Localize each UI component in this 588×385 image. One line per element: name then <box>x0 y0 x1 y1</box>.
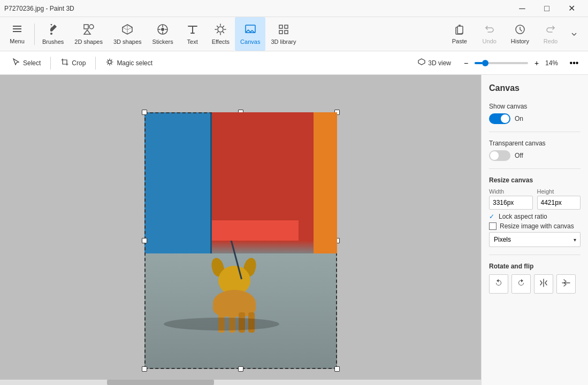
menu-label: Menu <box>10 38 25 44</box>
width-input[interactable] <box>489 196 533 210</box>
zoom-in-button[interactable]: + <box>530 57 543 70</box>
lock-aspect-check-icon: ✓ <box>489 213 494 220</box>
svg-rect-11 <box>285 25 288 28</box>
brushes-label: Brushes <box>42 38 64 45</box>
transparent-canvas-thumb <box>490 151 499 160</box>
show-canvas-thumb <box>501 114 509 123</box>
lock-aspect-row: ✓ Lock aspect ratio <box>489 213 581 220</box>
handle-bottom-left[interactable] <box>142 366 147 372</box>
3d-view-icon <box>417 58 426 68</box>
crop-tool[interactable]: Crop <box>55 55 91 71</box>
canvas-area[interactable] <box>0 75 481 385</box>
divider-2 <box>489 168 581 169</box>
paste-icon <box>454 24 465 37</box>
more-options-button[interactable]: ••• <box>567 56 582 71</box>
transparent-canvas-toggle[interactable] <box>489 150 510 161</box>
crop-label: Crop <box>72 59 86 67</box>
history-button[interactable]: History <box>506 19 534 49</box>
magic-select-tool[interactable]: Magic select <box>100 55 158 71</box>
photo-orange-right <box>314 112 337 253</box>
3dshapes-label: 3D shapes <box>113 38 142 45</box>
select-icon <box>12 58 20 68</box>
menu-button[interactable]: Menu <box>2 17 32 51</box>
toolbar-item-stickers[interactable]: Stickers <box>147 17 179 51</box>
show-canvas-toggle[interactable] <box>489 113 510 124</box>
magic-select-icon <box>105 58 114 68</box>
rotate-left-icon <box>494 278 503 290</box>
toolbar-item-text[interactable]: Text <box>179 17 207 51</box>
svg-point-7 <box>161 28 164 31</box>
effects-label: Effects <box>212 38 230 45</box>
resize-image-checkbox[interactable] <box>489 222 497 230</box>
toolbar-item-canvas[interactable]: Canvas <box>235 17 265 51</box>
resize-dimensions-row: Width Height <box>489 188 581 210</box>
toolbar-item-brushes[interactable]: Brushes <box>37 17 69 51</box>
2dshapes-icon <box>82 23 95 37</box>
main-content: Canvas Show canvas On Transparent canvas… <box>0 75 588 385</box>
svg-point-4 <box>89 25 94 29</box>
window-controls: ─ □ ✕ <box>510 0 584 17</box>
svg-rect-0 <box>13 26 21 27</box>
toolbar-item-3dshapes[interactable]: 3D shapes <box>108 17 147 51</box>
undo-button[interactable]: Undo <box>476 19 503 49</box>
canvas-icon <box>244 23 257 37</box>
toolbar-item-effects[interactable]: Effects <box>207 17 235 51</box>
sec-sep-1 <box>50 57 51 70</box>
panel-title: Canvas <box>489 83 581 93</box>
resize-canvas-section: Resize canvas Width Height ✓ Lock aspect… <box>489 176 581 247</box>
zoom-out-button[interactable]: − <box>460 57 472 70</box>
svg-rect-13 <box>285 30 288 34</box>
zoom-controls: − + 14% <box>460 57 562 70</box>
rotate-left-button[interactable] <box>489 274 508 294</box>
resize-image-label: Resize image with canvas <box>500 222 574 230</box>
flip-vertical-icon <box>561 278 571 290</box>
handle-bottom-right[interactable] <box>334 366 340 372</box>
close-button[interactable]: ✕ <box>559 0 584 17</box>
stickers-label: Stickers <box>152 38 173 45</box>
stickers-icon <box>156 23 169 37</box>
resize-image-row: Resize image with canvas <box>489 222 581 230</box>
paste-label: Paste <box>452 38 467 44</box>
scrollbar-thumb[interactable] <box>107 380 214 385</box>
redo-icon <box>545 24 556 37</box>
maximize-button[interactable]: □ <box>534 0 559 17</box>
main-toolbar: Menu Brushes 2D shapes 3D shapes Sticker… <box>0 17 588 51</box>
height-input[interactable] <box>537 196 581 210</box>
effects-icon <box>214 23 227 37</box>
minimize-button[interactable]: ─ <box>510 0 534 17</box>
zoom-slider-thumb <box>482 60 488 66</box>
toolbar-item-3dlibrary[interactable]: 3D library <box>265 17 301 51</box>
handle-middle-left[interactable] <box>142 238 147 243</box>
transparent-canvas-section: Transparent canvas Off <box>489 140 581 161</box>
horizontal-scrollbar[interactable] <box>0 380 481 385</box>
height-label: Height <box>537 188 581 195</box>
select-tool[interactable]: Select <box>6 55 46 71</box>
3d-view-label: 3D view <box>428 59 451 67</box>
toolbar-expand-button[interactable] <box>567 27 582 42</box>
title-bar: P7270236.jpg - Paint 3D ─ □ ✕ <box>0 0 588 17</box>
toolbar-item-2dshapes[interactable]: 2D shapes <box>69 17 108 51</box>
rotate-right-button[interactable] <box>511 274 531 294</box>
rotate-flip-section: Rotate and flip <box>489 263 581 294</box>
3d-view-button[interactable]: 3D view <box>413 56 455 70</box>
2dshapes-label: 2D shapes <box>74 38 103 45</box>
handle-bottom-center[interactable] <box>238 366 243 372</box>
3dlibrary-icon <box>277 23 290 37</box>
handle-top-left[interactable] <box>142 110 147 115</box>
flip-vertical-button[interactable] <box>556 274 576 294</box>
window-title: P7270236.jpg - Paint 3D <box>4 5 74 12</box>
undo-icon <box>484 24 495 37</box>
resize-canvas-title: Resize canvas <box>489 176 581 184</box>
flip-horizontal-button[interactable] <box>534 274 553 294</box>
menu-icon <box>12 24 22 37</box>
zoom-slider[interactable] <box>475 62 528 64</box>
paste-button[interactable]: Paste <box>446 19 474 49</box>
sec-toolbar-right: 3D view − + 14% ••• <box>413 56 582 71</box>
unit-dropdown[interactable]: Pixels Inches Centimeters <box>489 232 581 247</box>
show-canvas-state: On <box>515 115 523 122</box>
text-label: Text <box>187 38 198 45</box>
toolbar-sep-1 <box>34 24 35 45</box>
redo-label: Redo <box>544 38 558 44</box>
redo-button[interactable]: Redo <box>537 19 564 49</box>
history-label: History <box>511 38 529 44</box>
